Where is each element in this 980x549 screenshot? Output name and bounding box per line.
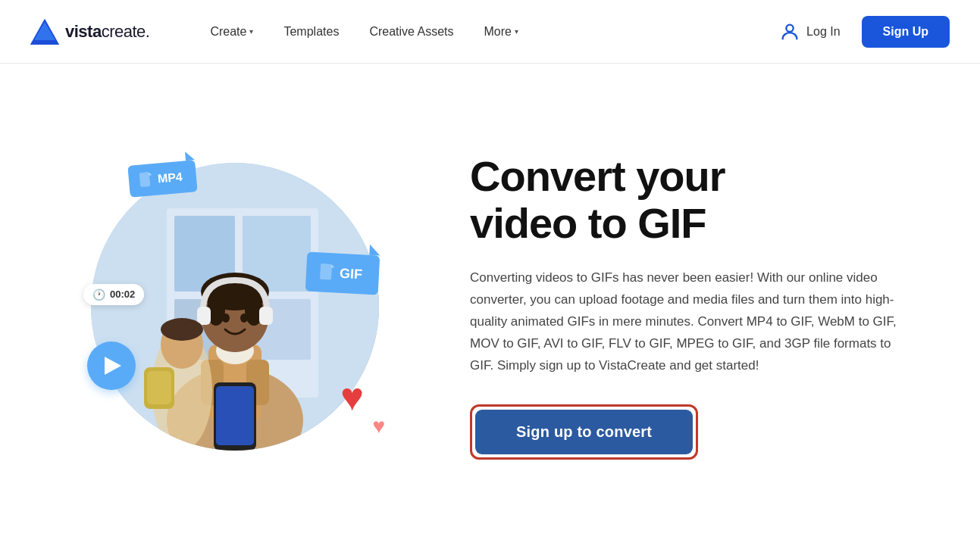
play-icon (105, 357, 121, 375)
hero-title: Convert your video to GIF (470, 153, 919, 246)
svg-marker-33 (331, 264, 334, 267)
nav-create[interactable]: Create ▾ (195, 0, 268, 64)
nav-creative-assets[interactable]: Creative Assets (354, 0, 468, 64)
timer-badge: 🕐 00:02 (83, 284, 144, 305)
login-button[interactable]: Log In (770, 15, 849, 48)
nav-templates[interactable]: Templates (268, 0, 354, 64)
clock-icon: 🕐 (92, 289, 105, 301)
hero-image-circle (91, 163, 379, 451)
svg-point-18 (240, 313, 248, 323)
signup-button[interactable]: Sign Up (862, 16, 950, 48)
hero-description: Converting videos to GIFs has never been… (470, 267, 910, 376)
svg-rect-29 (147, 371, 171, 404)
hero-section: MP4 GIF 🕐 00:02 ♥ ♥ Convert your video t… (0, 64, 980, 549)
svg-rect-30 (139, 172, 150, 186)
main-nav: Create ▾ Templates Creative Assets More … (195, 0, 770, 64)
svg-marker-2 (34, 22, 55, 40)
logo[interactable]: vistacreate. (30, 19, 149, 45)
logo-text: vistacreate. (65, 22, 149, 42)
nav-more[interactable]: More ▾ (469, 0, 534, 64)
svg-rect-24 (216, 386, 254, 445)
user-icon (779, 21, 800, 42)
svg-point-3 (786, 24, 793, 31)
svg-rect-19 (197, 307, 211, 325)
play-button[interactable] (87, 342, 136, 390)
header: vistacreate. Create ▾ Templates Creative… (0, 0, 980, 64)
svg-rect-20 (259, 307, 273, 325)
svg-marker-31 (149, 172, 152, 175)
sign-up-to-convert-button[interactable]: Sign up to convert (475, 410, 693, 454)
gif-tag: GIF (305, 251, 380, 295)
heart-small-icon: ♥ (372, 416, 385, 437)
hero-text-area: Convert your video to GIF Converting vid… (470, 153, 919, 460)
svg-point-27 (161, 318, 203, 341)
nav-actions: Log In Sign Up (770, 15, 950, 48)
cta-button-wrapper: Sign up to convert (470, 404, 698, 460)
illustration-area: MP4 GIF 🕐 00:02 ♥ ♥ (45, 125, 424, 488)
create-dropdown-icon: ▾ (249, 27, 253, 36)
svg-point-17 (222, 313, 230, 323)
heart-big-icon: ♥ (340, 377, 364, 416)
mp4-tag: MP4 (127, 160, 197, 198)
more-dropdown-icon: ▾ (515, 27, 518, 36)
svg-rect-32 (321, 264, 332, 279)
